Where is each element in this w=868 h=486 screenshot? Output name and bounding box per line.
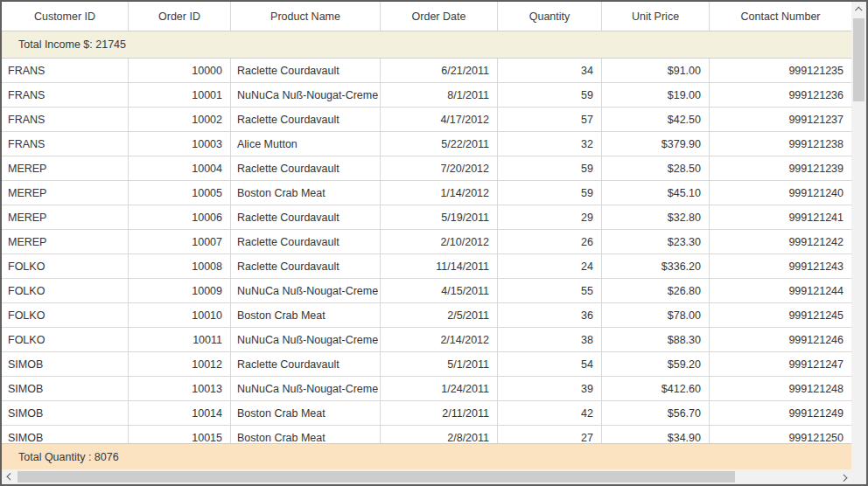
cell-unit-price[interactable]: $88.30 — [602, 328, 710, 351]
vertical-scrollbar[interactable] — [851, 2, 866, 469]
cell-customer-id[interactable]: SIMOB — [2, 377, 129, 400]
table-row[interactable]: FOLKO10010Boston Crab Meat2/5/201136$78.… — [2, 303, 851, 328]
table-row[interactable]: SIMOB10013NuNuCa Nuß-Nougat-Creme1/24/20… — [2, 377, 851, 401]
cell-quantity[interactable]: 55 — [498, 279, 602, 302]
cell-quantity[interactable]: 26 — [498, 230, 602, 253]
cell-order-id[interactable]: 10000 — [129, 59, 231, 82]
cell-order-date[interactable]: 11/14/2011 — [381, 254, 498, 278]
cell-order-date[interactable]: 2/10/2012 — [381, 230, 498, 253]
cell-product-name[interactable]: Alice Mutton — [231, 132, 381, 156]
cell-order-id[interactable]: 10004 — [129, 156, 231, 180]
cell-order-date[interactable]: 2/14/2012 — [381, 328, 498, 351]
cell-product-name[interactable]: Boston Crab Meat — [231, 181, 381, 205]
cell-customer-id[interactable]: MEREP — [2, 230, 129, 253]
cell-order-date[interactable]: 4/15/2011 — [381, 279, 498, 302]
table-row[interactable]: MEREP10006Raclette Courdavault5/19/20112… — [2, 205, 851, 230]
cell-quantity[interactable]: 27 — [498, 426, 602, 443]
header-cell-customer-id[interactable]: Customer ID — [2, 2, 129, 31]
cell-quantity[interactable]: 57 — [498, 108, 602, 131]
header-cell-product-name[interactable]: Product Name — [231, 2, 381, 31]
cell-quantity[interactable]: 24 — [498, 254, 602, 278]
cell-customer-id[interactable]: FOLKO — [2, 279, 129, 302]
cell-order-id[interactable]: 10002 — [129, 108, 231, 131]
cell-unit-price[interactable]: $336.20 — [602, 254, 710, 278]
cell-quantity[interactable]: 32 — [498, 132, 602, 156]
cell-product-name[interactable]: Boston Crab Meat — [231, 426, 381, 443]
cell-contact-number[interactable]: 999121243 — [710, 254, 851, 278]
cell-unit-price[interactable]: $91.00 — [602, 59, 710, 82]
cell-order-date[interactable]: 1/24/2011 — [381, 377, 498, 400]
cell-order-date[interactable]: 4/17/2012 — [381, 108, 498, 131]
cell-order-id[interactable]: 10009 — [129, 279, 231, 302]
cell-order-date[interactable]: 1/14/2012 — [381, 181, 498, 205]
cell-contact-number[interactable]: 999121250 — [710, 426, 851, 443]
cell-order-date[interactable]: 2/8/2011 — [381, 426, 498, 443]
horizontal-scroll-thumb[interactable] — [18, 471, 735, 483]
header-cell-unit-price[interactable]: Unit Price — [602, 2, 710, 31]
cell-customer-id[interactable]: MEREP — [2, 205, 129, 229]
cell-customer-id[interactable]: MEREP — [2, 181, 129, 205]
cell-product-name[interactable]: Boston Crab Meat — [231, 401, 381, 425]
header-cell-order-id[interactable]: Order ID — [129, 2, 231, 31]
cell-order-id[interactable]: 10001 — [129, 83, 231, 107]
cell-product-name[interactable]: Raclette Courdavault — [231, 59, 381, 82]
cell-customer-id[interactable]: FRANS — [2, 108, 129, 131]
cell-contact-number[interactable]: 999121246 — [710, 328, 851, 351]
cell-order-id[interactable]: 10010 — [129, 303, 231, 327]
cell-customer-id[interactable]: SIMOB — [2, 426, 129, 443]
scroll-right-button[interactable] — [836, 469, 851, 484]
table-row[interactable]: MEREP10007Raclette Courdavault2/10/20122… — [2, 230, 851, 254]
cell-product-name[interactable]: NuNuCa Nuß-Nougat-Creme — [231, 328, 381, 351]
cell-customer-id[interactable]: FOLKO — [2, 328, 129, 351]
vertical-scroll-thumb[interactable] — [853, 18, 864, 101]
cell-contact-number[interactable]: 999121249 — [710, 401, 851, 425]
cell-product-name[interactable]: NuNuCa Nuß-Nougat-Creme — [231, 377, 381, 400]
cell-order-date[interactable]: 5/19/2011 — [381, 205, 498, 229]
cell-order-id[interactable]: 10011 — [129, 328, 231, 351]
table-row[interactable]: SIMOB10012Raclette Courdavault5/1/201154… — [2, 352, 851, 377]
cell-contact-number[interactable]: 999121245 — [710, 303, 851, 327]
cell-unit-price[interactable]: $19.00 — [602, 83, 710, 107]
cell-order-date[interactable]: 5/1/2011 — [381, 352, 498, 376]
cell-unit-price[interactable]: $42.50 — [602, 108, 710, 131]
table-row[interactable]: FOLKO10011NuNuCa Nuß-Nougat-Creme2/14/20… — [2, 328, 851, 352]
cell-order-id[interactable]: 10015 — [129, 426, 231, 443]
cell-order-id[interactable]: 10013 — [129, 377, 231, 400]
cell-customer-id[interactable]: FOLKO — [2, 254, 129, 278]
table-row[interactable]: FOLKO10008Raclette Courdavault11/14/2011… — [2, 254, 851, 279]
cell-order-date[interactable]: 5/22/2011 — [381, 132, 498, 156]
table-row[interactable]: FRANS10003Alice Mutton5/22/201132$379.90… — [2, 132, 851, 156]
cell-customer-id[interactable]: MEREP — [2, 156, 129, 180]
cell-unit-price[interactable]: $26.80 — [602, 279, 710, 302]
table-row[interactable]: FRANS10001NuNuCa Nuß-Nougat-Creme8/1/201… — [2, 83, 851, 108]
cell-unit-price[interactable]: $28.50 — [602, 156, 710, 180]
table-row[interactable]: MEREP10005Boston Crab Meat1/14/201259$45… — [2, 181, 851, 205]
cell-contact-number[interactable]: 999121236 — [710, 83, 851, 107]
cell-customer-id[interactable]: SIMOB — [2, 401, 129, 425]
scroll-up-button[interactable] — [851, 2, 866, 17]
cell-order-date[interactable]: 2/11/2011 — [381, 401, 498, 425]
cell-order-date[interactable]: 6/21/2011 — [381, 59, 498, 82]
cell-order-date[interactable]: 8/1/2011 — [381, 83, 498, 107]
header-cell-contact-number[interactable]: Contact Number — [710, 2, 851, 31]
cell-order-date[interactable]: 7/20/2012 — [381, 156, 498, 180]
header-cell-order-date[interactable]: Order Date — [381, 2, 498, 31]
cell-product-name[interactable]: Boston Crab Meat — [231, 303, 381, 327]
header-cell-quantity[interactable]: Quantity — [498, 2, 602, 31]
cell-unit-price[interactable]: $56.70 — [602, 401, 710, 425]
cell-quantity[interactable]: 39 — [498, 377, 602, 400]
table-row[interactable]: FRANS10002Raclette Courdavault4/17/20125… — [2, 108, 851, 132]
cell-product-name[interactable]: Raclette Courdavault — [231, 230, 381, 253]
cell-contact-number[interactable]: 999121240 — [710, 181, 851, 205]
cell-order-id[interactable]: 10008 — [129, 254, 231, 278]
cell-order-id[interactable]: 10014 — [129, 401, 231, 425]
cell-quantity[interactable]: 59 — [498, 181, 602, 205]
cell-unit-price[interactable]: $379.90 — [602, 132, 710, 156]
cell-product-name[interactable]: Raclette Courdavault — [231, 254, 381, 278]
cell-quantity[interactable]: 38 — [498, 328, 602, 351]
cell-order-date[interactable]: 2/5/2011 — [381, 303, 498, 327]
cell-product-name[interactable]: Raclette Courdavault — [231, 352, 381, 376]
cell-product-name[interactable]: NuNuCa Nuß-Nougat-Creme — [231, 279, 381, 302]
cell-quantity[interactable]: 36 — [498, 303, 602, 327]
cell-contact-number[interactable]: 999121244 — [710, 279, 851, 302]
